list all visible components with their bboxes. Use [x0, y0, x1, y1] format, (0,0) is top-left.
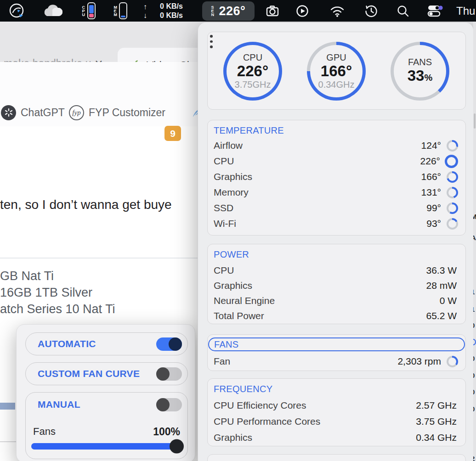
play-circle-icon	[296, 5, 309, 17]
cpu-gauge: CPU 226° 3.75GHz	[223, 42, 282, 101]
fan-speed-slider[interactable]	[31, 443, 182, 450]
extension-badge-count: 9	[164, 126, 181, 141]
automatic-toggle[interactable]	[156, 337, 182, 351]
bookmark-chatgpt[interactable]: ChatGPT	[1, 99, 65, 126]
bookmark-fyp-customizer[interactable]: fyp FYP Customizer	[69, 99, 165, 126]
temperature-title: TEMPERATURE	[208, 120, 465, 136]
custom-fan-curve-label: CUSTOM FAN CURVE	[38, 368, 140, 379]
scrollbar-thumb[interactable]	[474, 113, 476, 129]
camera-icon	[266, 4, 279, 18]
sensor-popover-panel: CPU 226° 3.75GHz GPU 166° 0.34GHz FANS 3…	[198, 22, 474, 461]
onedrive-cloud-icon	[41, 4, 63, 18]
onedrive-menu-item[interactable]	[40, 0, 64, 22]
sen-stacked-label: SEN	[211, 6, 215, 17]
clipped-ring-fragment	[473, 339, 476, 345]
fans-card: FANS Fan 2,303 rpm	[207, 334, 466, 371]
gauge-sub: 3.75GHz	[235, 79, 271, 90]
fans-title-focus-ring[interactable]: FANS	[208, 337, 465, 351]
frequency-row: CPU Performance Cores 3.75 GHz	[208, 413, 465, 429]
fyp-logo-icon: fyp	[69, 105, 84, 120]
mem-meter-label: MEM	[114, 6, 118, 17]
time-machine-clock-icon	[364, 4, 378, 18]
bookmark-chatgpt-label: ChatGPT	[21, 107, 65, 119]
temperature-row: Airflow 124°	[208, 138, 465, 153]
screenshot-menu-item[interactable]	[265, 0, 280, 22]
slider-fill	[31, 443, 182, 450]
temperature-row: Graphics 166°	[208, 169, 465, 185]
frequency-row: Graphics 0.34 GHz	[208, 429, 465, 445]
power-title: POWER	[208, 244, 465, 260]
temperature-row: Wi-Fi 93°	[208, 216, 465, 231]
kebab-menu-icon[interactable]	[210, 35, 213, 48]
network-speed-readout[interactable]: 0 KB/s 0 KB/s	[152, 0, 191, 22]
toggle-knob	[156, 398, 170, 411]
custom-fan-curve-toggle[interactable]	[156, 367, 182, 381]
search-icon	[396, 4, 410, 18]
creative-cloud-icon	[8, 2, 25, 19]
temp-ring	[447, 202, 458, 214]
gauge-label: FANS	[408, 57, 432, 67]
temperature-row: CPU 226°	[208, 153, 465, 169]
mem-meter-menu-item[interactable]: MEM	[110, 0, 131, 22]
page-list-line: GB Nat Ti	[0, 269, 54, 283]
sensor-menu-item-active[interactable]: SEN 226°	[202, 1, 255, 21]
wifi-menu-item[interactable]	[329, 0, 346, 22]
creative-cloud-menu-item[interactable]	[6, 0, 27, 22]
chatgpt-logo-icon	[1, 105, 16, 120]
temperature-row: SSD 99°	[208, 200, 465, 216]
notification-dot	[438, 6, 442, 10]
fan-rpm-ring	[447, 356, 458, 367]
sensor-temperature-value: 226°	[219, 4, 246, 18]
up-down-arrows-icon: ↑↓	[143, 2, 147, 20]
power-row: Neural Engine 0 W	[208, 293, 465, 308]
menu-bar-clock-day[interactable]: Thu	[456, 0, 475, 22]
frequency-title: FREQUENCY	[208, 379, 465, 394]
toggle-knob	[169, 337, 182, 351]
clipped-next-card	[207, 454, 466, 461]
spotlight-menu-item[interactable]	[395, 0, 411, 22]
temperature-card: TEMPERATURE Airflow 124° CPU 226° Graphi…	[207, 120, 466, 236]
control-center-icon	[427, 4, 443, 18]
fans-slider-value: 100%	[153, 426, 180, 438]
page-divider	[0, 441, 18, 442]
automatic-label: AUTOMATIC	[38, 338, 96, 349]
temp-ring	[447, 171, 458, 183]
network-menu-item[interactable]: ↑↓	[139, 0, 151, 22]
page-list-line: atch Series 10 Nat Ti	[0, 302, 115, 316]
slider-knob[interactable]	[170, 439, 184, 454]
temp-ring	[445, 155, 458, 168]
cpu-meter-bar	[87, 2, 96, 19]
page-paragraph: ten, so I don’t wanna get buye	[0, 197, 172, 212]
menu-bar: CPU MEM ↑↓ 0 KB/s 0 KB/s SEN 226°	[0, 0, 476, 22]
fans-title: FANS	[214, 339, 238, 350]
mem-meter-bar	[119, 2, 127, 19]
manual-mode-group: MANUAL Fans 100%	[25, 392, 188, 459]
bookmark-fyp-label: FYP Customizer	[89, 107, 165, 119]
gauge-value: 226°	[237, 63, 268, 79]
page-selection-bar	[0, 403, 15, 410]
frequency-row: CPU Efficiency Cores 2.57 GHz	[208, 397, 465, 413]
media-playback-menu-item[interactable]	[295, 0, 310, 22]
manual-toggle[interactable]	[156, 398, 182, 411]
gauge-label: GPU	[326, 52, 346, 63]
manual-label: MANUAL	[38, 399, 80, 410]
power-row: CPU 36.3 W	[208, 263, 465, 278]
power-row: Graphics 28 mW	[208, 278, 465, 293]
temp-ring	[447, 187, 458, 198]
gauge-label: CPU	[243, 52, 262, 63]
page-list-line: 16GB 1TB Silver	[0, 286, 92, 300]
net-down-speed: 0 KB/s	[160, 11, 183, 20]
fans-slider-label: Fans	[33, 426, 56, 438]
control-center-menu-item[interactable]	[425, 0, 445, 22]
custom-fan-curve-group: CUSTOM FAN CURVE	[25, 362, 188, 385]
gauge-value: 166°	[321, 63, 352, 79]
toggle-knob	[156, 367, 170, 381]
gauges-card: CPU 226° 3.75GHz GPU 166° 0.34GHz FANS 3…	[207, 32, 466, 110]
cpu-meter-menu-item[interactable]: CPU	[78, 0, 99, 22]
time-machine-menu-item[interactable]	[364, 0, 379, 22]
screen: CPU MEM ↑↓ 0 KB/s 0 KB/s SEN 226°	[0, 0, 476, 461]
fans-gauge: FANS 33%	[391, 42, 449, 101]
gpu-gauge: GPU 166° 0.34GHz	[307, 42, 366, 101]
frequency-card: FREQUENCY CPU Efficiency Cores 2.57 GHz …	[207, 378, 466, 446]
power-card: POWER CPU 36.3 W Graphics 28 mW Neural E…	[207, 244, 466, 324]
